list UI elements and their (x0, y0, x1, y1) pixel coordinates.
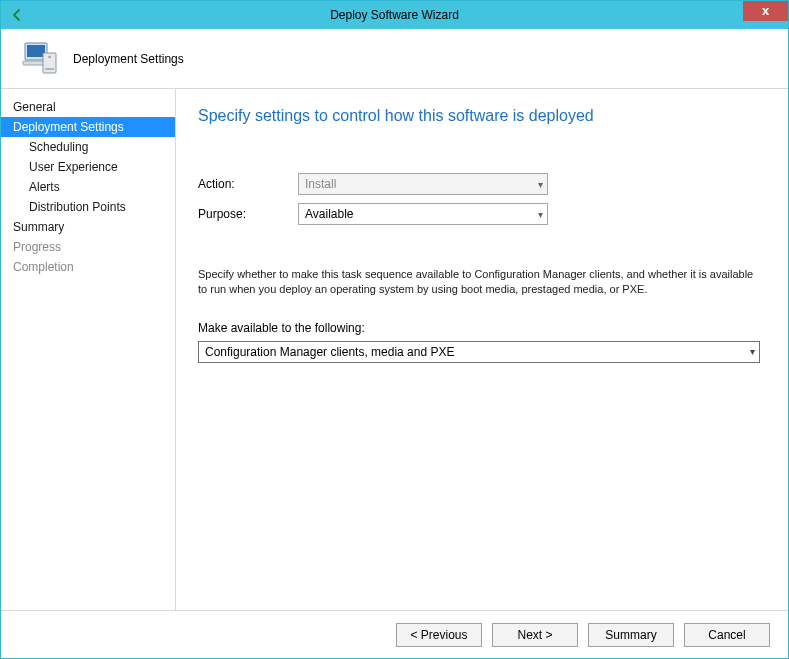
nav-scheduling[interactable]: Scheduling (1, 137, 175, 157)
chevron-down-icon: ▾ (538, 209, 543, 220)
next-button[interactable]: Next > (492, 623, 578, 647)
purpose-row: Purpose: Available ▾ (198, 203, 760, 225)
action-dropdown: Install ▾ (298, 173, 548, 195)
available-label: Make available to the following: (198, 321, 760, 335)
nav-sidebar: General Deployment Settings Scheduling U… (1, 89, 176, 610)
svg-rect-4 (45, 68, 54, 70)
nav-deployment-settings[interactable]: Deployment Settings (1, 117, 175, 137)
purpose-label: Purpose: (198, 207, 298, 221)
page-title: Deployment Settings (73, 52, 184, 66)
close-button[interactable]: x (743, 1, 788, 21)
wizard-body: General Deployment Settings Scheduling U… (1, 89, 788, 610)
action-row: Action: Install ▾ (198, 173, 760, 195)
nav-distribution-points[interactable]: Distribution Points (1, 197, 175, 217)
wizard-footer: < Previous Next > Summary Cancel (1, 610, 788, 658)
available-value: Configuration Manager clients, media and… (205, 345, 454, 359)
action-label: Action: (198, 177, 298, 191)
chevron-down-icon: ▾ (538, 179, 543, 190)
nav-summary[interactable]: Summary (1, 217, 175, 237)
purpose-value: Available (305, 207, 353, 221)
wizard-header: Deployment Settings (1, 29, 788, 89)
nav-progress: Progress (1, 237, 175, 257)
available-dropdown[interactable]: Configuration Manager clients, media and… (198, 341, 760, 363)
titlebar: Deploy Software Wizard x (1, 1, 788, 29)
nav-alerts[interactable]: Alerts (1, 177, 175, 197)
description-text: Specify whether to make this task sequen… (198, 267, 760, 297)
content-pane: Specify settings to control how this sof… (176, 89, 788, 610)
previous-button[interactable]: < Previous (396, 623, 482, 647)
action-value: Install (305, 177, 336, 191)
cancel-button[interactable]: Cancel (684, 623, 770, 647)
content-heading: Specify settings to control how this sof… (198, 107, 760, 125)
window-title: Deploy Software Wizard (1, 8, 788, 22)
chevron-down-icon: ▾ (750, 346, 755, 357)
nav-general[interactable]: General (1, 97, 175, 117)
svg-point-5 (48, 55, 51, 58)
svg-rect-1 (27, 45, 45, 57)
wizard-window: Deploy Software Wizard x Deployment Sett… (0, 0, 789, 659)
nav-completion: Completion (1, 257, 175, 277)
computer-icon (19, 39, 59, 79)
nav-user-experience[interactable]: User Experience (1, 157, 175, 177)
purpose-dropdown[interactable]: Available ▾ (298, 203, 548, 225)
summary-button[interactable]: Summary (588, 623, 674, 647)
back-arrow-icon (7, 5, 27, 25)
